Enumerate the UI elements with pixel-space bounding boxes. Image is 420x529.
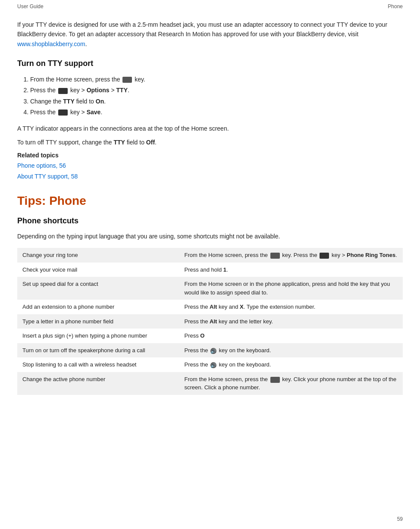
menu-icon-2 xyxy=(58,110,68,116)
shortcut-desc-8: Press the 🔊 key on the keyboard. xyxy=(179,357,403,372)
phone-icon-table-2 xyxy=(270,377,280,383)
shortcut-action-7: Turn on or turn off the speakerphone dur… xyxy=(17,343,179,358)
table-row: Type a letter in a phone number field Pr… xyxy=(17,314,403,329)
tty-step-2: Press the key > Options > TTY. xyxy=(30,85,403,96)
shortcut-desc-2: Press and hold 1. xyxy=(179,263,403,277)
tty-note2: To turn off TTY support, change the TTY … xyxy=(17,138,403,147)
shortcut-action-6: Insert a plus sign (+) when typing a pho… xyxy=(17,329,179,343)
shortcut-action-1: Change your ring tone xyxy=(17,248,179,263)
phone-icon-1 xyxy=(122,77,132,83)
shortcut-desc-7: Press the 🔊 key on the keyboard. xyxy=(179,343,403,358)
shortcut-action-3: Set up speed dial for a contact xyxy=(17,277,179,300)
table-row: Check your voice mail Press and hold 1. xyxy=(17,263,403,277)
shortcuts-table: Change your ring tone From the Home scre… xyxy=(17,248,403,395)
table-row: Change your ring tone From the Home scre… xyxy=(17,248,403,263)
shortcut-desc-3: From the Home screen or in the phone app… xyxy=(179,277,403,300)
tty-step-3: Change the TTY field to On. xyxy=(30,96,403,107)
shopblackberry-link[interactable]: www.shopblackberry.com xyxy=(17,41,85,47)
tty-step-1: From the Home screen, press the key. xyxy=(30,74,403,85)
tty-step-4: Press the key > Save. xyxy=(30,107,403,118)
header-right: Phone xyxy=(388,3,403,9)
shortcut-action-4: Add an extension to a phone number xyxy=(17,300,179,314)
shortcut-action-9: Change the active phone number xyxy=(17,372,179,395)
menu-icon-table-1 xyxy=(320,253,329,259)
related-link-2[interactable]: About TTY support, 58 xyxy=(17,171,403,182)
table-row: Insert a plus sign (+) when typing a pho… xyxy=(17,329,403,343)
shortcuts-heading: Phone shortcuts xyxy=(17,216,403,225)
table-row: Add an extension to a phone number Press… xyxy=(17,300,403,314)
shortcut-desc-5: Press the Alt key and the letter key. xyxy=(179,314,403,329)
intro-text: If your TTY device is designed for use w… xyxy=(17,21,387,38)
phone-icon-table-1 xyxy=(270,253,280,259)
tips-phone-heading: Tips: Phone xyxy=(17,194,403,208)
shortcut-action-8: Stop listening to a call with a wireless… xyxy=(17,357,179,372)
tty-heading: Turn on TTY support xyxy=(17,59,403,68)
shortcut-desc-1: From the Home screen, press the key. Pre… xyxy=(179,248,403,263)
shortcut-action-2: Check your voice mail xyxy=(17,263,179,277)
related-topics-heading: Related topics xyxy=(17,152,403,159)
shortcut-desc-4: Press the Alt key and X. Type the extens… xyxy=(179,300,403,314)
intro-paragraph: If your TTY device is designed for use w… xyxy=(17,20,403,49)
shortcut-action-5: Type a letter in a phone number field xyxy=(17,314,179,329)
intro-text-end: . xyxy=(85,41,87,47)
speaker-icon-1: 🔊 xyxy=(210,348,216,354)
speaker-icon-2: 🔊 xyxy=(210,362,216,368)
page-number: 59 xyxy=(397,516,403,522)
related-link-1[interactable]: Phone options, 56 xyxy=(17,160,403,171)
table-row: Stop listening to a call with a wireless… xyxy=(17,357,403,372)
table-row: Change the active phone number From the … xyxy=(17,372,403,395)
table-row: Set up speed dial for a contact From the… xyxy=(17,277,403,300)
tty-note1: A TTY indicator appears in the connectio… xyxy=(17,124,403,133)
header-left: User Guide xyxy=(17,3,44,9)
shortcuts-intro: Depending on the typing input language t… xyxy=(17,232,403,241)
tty-steps-list: From the Home screen, press the key. Pre… xyxy=(17,74,403,118)
table-row: Turn on or turn off the speakerphone dur… xyxy=(17,343,403,358)
shortcut-desc-9: From the Home screen, press the key. Cli… xyxy=(179,372,403,395)
menu-icon-1 xyxy=(58,88,68,94)
shortcut-desc-6: Press O xyxy=(179,329,403,343)
